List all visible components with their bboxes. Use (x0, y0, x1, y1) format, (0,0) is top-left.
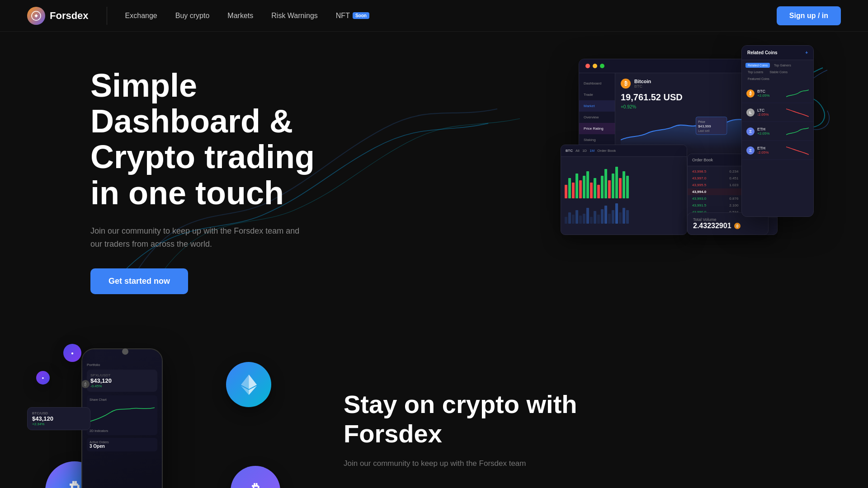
floating-card-1: BTC/USD $43,120 +2.34% (27, 407, 90, 430)
coin-icon-eth1: Ξ (746, 127, 755, 136)
coin-icon-btc: ₿ (746, 89, 755, 98)
brand-name: Forsdex (50, 10, 89, 22)
sidebar-overview: Overview (579, 112, 615, 123)
phone-screen: Portfolio SPXL/USDT $43,120 -0.45% Share… (82, 349, 162, 488)
svg-text:Last sell: Last sell (698, 129, 710, 132)
navbar: Forsdex Exchange Buy crypto Markets Risk… (0, 0, 868, 32)
sidebar-trade: Trade (579, 89, 615, 100)
related-header: Related Coins + (742, 46, 813, 60)
sidebar-market: Market (579, 100, 615, 112)
signup-button[interactable]: Sign up / in (777, 6, 841, 25)
btc-header: ₿ Bitcoin BTC (621, 79, 745, 89)
sidebar-staking: Staking (579, 134, 615, 145)
coin-info-eth1: ETH +2.05% (757, 127, 783, 136)
value-card-label: Total Volume (693, 217, 763, 222)
coin-item-eth2: Ξ ETH -2.05% (742, 141, 813, 160)
btc-name-block: Bitcoin BTC (634, 79, 651, 89)
volume-bars (561, 202, 687, 225)
coin-info-ltc: LTC -2.05% (757, 108, 783, 117)
phone-chart: Share Chart 2D Indicators (87, 395, 157, 435)
coin-icon-eth2: Ξ (746, 146, 755, 155)
hero-section: Simple Dashboard & Crypto trading in one… (0, 32, 868, 321)
phone-sparkline (90, 403, 155, 426)
phone-visual-area: ₿ Portfolio SPXL/USDT $43,120 -0.45% Sha… (27, 335, 298, 488)
related-coins-panel: Related Coins + Related Coins Top Gainer… (741, 45, 814, 217)
btc-sparkline (786, 88, 809, 99)
phone-stat-1: SPXL/USDT $43,120 -0.45% (87, 370, 157, 392)
coin-small-1: ● (63, 344, 81, 362)
svg-point-1 (35, 15, 37, 17)
coin-item-btc: ₿ BTC +2.05% (742, 84, 813, 103)
sidebar-dashboard: Dashboard (579, 78, 615, 89)
nft-soon-badge: Soon (353, 12, 369, 19)
window-maximize-dot (600, 64, 604, 68)
nav-divider (107, 7, 107, 25)
ltc-sparkline (786, 107, 809, 118)
candlestick-bars (561, 157, 687, 202)
candle-header: BTC All 1D 1M Order Book (561, 145, 687, 157)
window-close-dot (585, 64, 590, 68)
hero-text-block: Simple Dashboard & Crypto trading in one… (90, 68, 315, 294)
nav-link-exchange[interactable]: Exchange (125, 12, 157, 20)
coin-item-ltc: Ł LTC -2.05% (742, 103, 813, 122)
phone-device: Portfolio SPXL/USDT $43,120 -0.45% Share… (81, 348, 163, 488)
window-titlebar (579, 59, 750, 73)
hero-title: Simple Dashboard & Crypto trading in one… (90, 68, 315, 211)
coin-info-btc: BTC +2.05% (757, 89, 783, 98)
coin-small-2: ● (36, 371, 50, 385)
bottom-section: ₿ Portfolio SPXL/USDT $43,120 -0.45% Sha… (0, 321, 868, 488)
btc-icon: ₿ (621, 79, 631, 89)
nav-link-buy-crypto[interactable]: Buy crypto (175, 12, 210, 20)
coin-icon-ltc: Ł (746, 108, 755, 117)
sidebar-price-rating: Price Rating (579, 123, 615, 134)
nav-link-nft[interactable]: NFT Soon (336, 12, 369, 20)
svg-text:Price: Price (698, 120, 705, 123)
bottom-title: Stay on crypto with Forsdex (344, 390, 577, 448)
candle-chart-window: BTC All 1D 1M Order Book (561, 145, 687, 235)
svg-text:$43,999: $43,999 (698, 124, 711, 128)
value-btc-icon: ₿ (734, 223, 741, 229)
eth-coin-3d (226, 362, 271, 407)
eth1-sparkline (786, 126, 809, 137)
logo-icon (27, 7, 45, 25)
phone-orders: Active Orders 3 Open (87, 438, 157, 451)
window-minimize-dot (593, 64, 597, 68)
bottom-text-block: Stay on crypto with Forsdex Join our com… (298, 390, 577, 469)
btc-change: +0.92% (621, 104, 745, 109)
btc-mini-chart: Price $43,999 Last sell (621, 113, 745, 149)
nav-link-risk-warnings[interactable]: Risk Warnings (271, 12, 318, 20)
coin-item-eth1: Ξ ETH +2.05% (742, 122, 813, 141)
hero-subtitle: Join our community to keep up with the F… (90, 225, 307, 251)
nav-link-markets[interactable]: Markets (227, 12, 253, 20)
btc-price: 19,761.52 USD (621, 92, 745, 103)
btc-coin-right: ₿ (231, 466, 280, 488)
value-card-value: 2.43232901 ₿ (693, 222, 763, 230)
bottom-subtitle: Join our community to keep up with the F… (344, 457, 561, 469)
eth-symbol (236, 372, 261, 397)
coin-info-eth2: ETH -2.05% (757, 146, 783, 155)
get-started-button[interactable]: Get started now (90, 268, 188, 294)
nav-logo[interactable]: Forsdex (27, 7, 89, 25)
eth2-sparkline (786, 145, 809, 156)
nav-links: Exchange Buy crypto Markets Risk Warning… (125, 12, 777, 20)
coin-filters: Related Coins Top Gainers Top Losers Sta… (742, 60, 813, 84)
related-more[interactable]: + (805, 50, 808, 55)
